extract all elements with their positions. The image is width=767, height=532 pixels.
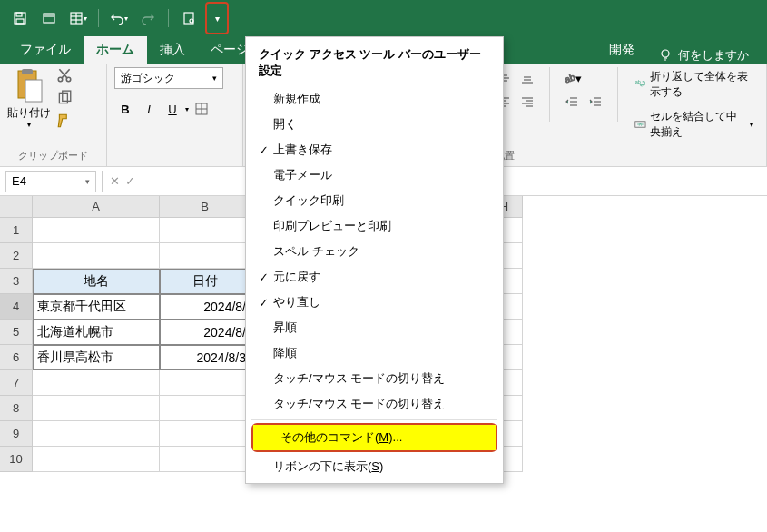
menu-item-5[interactable]: 印刷プレビューと印刷 [246,213,503,239]
cell-A3[interactable]: 地名 [33,269,160,294]
format-painter-icon[interactable] [56,113,73,132]
align-right-icon[interactable] [516,91,538,113]
cell-A6[interactable]: 香川県高松市 [33,345,160,370]
row-header-7[interactable]: 7 [0,370,33,396]
separator [168,9,169,27]
menu-item-6[interactable]: スペル チェック [246,239,503,264]
svg-rect-1 [16,13,22,16]
ribbon-group-clipboard: 貼り付け ▾ クリップボード [0,64,107,166]
cancel-formula-icon[interactable]: ✕ [110,174,120,188]
name-box[interactable]: E4▾ [5,171,96,192]
menu-item-2[interactable]: ✓上書き保存 [246,137,503,163]
table-icon[interactable]: ▾ [65,5,91,31]
quick-access-toolbar: ▾ ▾ ▾ [0,0,767,36]
italic-button[interactable]: I [138,98,160,120]
merge-center-button[interactable]: セルを結合して中央揃え ▾ [629,107,759,142]
copy-icon[interactable] [56,90,73,109]
cell-B7[interactable] [160,370,251,396]
undo-icon[interactable]: ▾ [106,5,132,31]
preview-icon[interactable] [176,5,202,31]
paste-dropdown[interactable]: ▾ [27,121,31,129]
row-header-1[interactable]: 1 [0,218,33,243]
decrease-indent-icon[interactable] [561,91,583,113]
cell-A2[interactable] [33,243,160,269]
menu-title: クイック アクセス ツール バーのユーザー設定 [246,41,503,86]
tell-me-label: 何をしますか [678,47,749,64]
menu-item-4[interactable]: クイック印刷 [246,188,503,213]
cell-B9[interactable] [160,421,251,447]
row-header-5[interactable]: 5 [0,320,33,345]
tab-insert[interactable]: 挿入 [147,36,198,64]
menu-item-more-commands[interactable]: その他のコマンド(M)... [253,425,496,450]
underline-button[interactable]: U [162,98,183,120]
svg-text:ab: ab [563,72,575,84]
check-icon: ✓ [253,271,273,284]
row-header-9[interactable]: 9 [0,421,33,447]
cell-A10[interactable] [33,447,160,472]
cell-A8[interactable] [33,396,160,421]
menu-item-show-below-ribbon[interactable]: リボンの下に表示(S) [246,454,503,479]
check-icon: ✓ [253,143,273,157]
menu-item-1[interactable]: 開く [246,112,503,137]
save-icon[interactable] [7,5,33,31]
menu-item-11[interactable]: タッチ/マウス モードの切り替え [246,366,503,391]
cell-B4[interactable]: 2024/8/ [160,294,251,320]
increase-indent-icon[interactable] [585,91,606,113]
cell-B6[interactable]: 2024/8/3 [160,345,251,370]
svg-rect-16 [25,80,42,102]
row-header-4[interactable]: 4 [0,294,33,320]
cell-B5[interactable]: 2024/8/ [160,320,251,345]
menu-item-0[interactable]: 新規作成 [246,86,503,112]
cell-B3[interactable]: 日付 [160,269,251,294]
more-commands-highlight: その他のコマンド(M)... [251,423,497,452]
select-all-corner[interactable] [0,196,33,218]
cell-A4[interactable]: 東京都千代田区 [33,294,160,320]
cell-B10[interactable] [160,447,251,472]
row-header-8[interactable]: 8 [0,396,33,421]
svg-point-10 [190,19,193,23]
cut-icon[interactable] [56,67,73,86]
font-name-select[interactable]: 游ゴシック▾ [114,67,223,89]
clipboard-group-label: クリップボード [7,149,99,163]
tab-home[interactable]: ホーム [84,36,147,64]
cell-A9[interactable] [33,421,160,447]
orientation-icon[interactable]: ab▾ [561,67,583,89]
paste-label[interactable]: 貼り付け [7,105,51,121]
tab-file[interactable]: ファイル [7,36,84,64]
column-header-A[interactable]: A [33,196,160,218]
column-header-B[interactable]: B [160,196,251,218]
qat-customize-menu: クイック アクセス ツール バーのユーザー設定 新規作成開く✓上書き保存電子メー… [245,36,504,484]
cell-A5[interactable]: 北海道札幌市 [33,320,160,345]
border-button[interactable] [191,98,212,120]
cell-A1[interactable] [33,218,160,243]
cell-B8[interactable] [160,396,251,421]
menu-item-10[interactable]: 降順 [246,340,503,366]
row-header-3[interactable]: 3 [0,269,33,294]
tab-developer[interactable]: 開発 [596,36,647,64]
menu-item-7[interactable]: ✓元に戻す [246,264,503,290]
menu-item-9[interactable]: 昇順 [246,315,503,340]
menu-item-3[interactable]: 電子メール [246,163,503,188]
svg-text:ab: ab [635,79,641,84]
qat-customize-dropdown[interactable]: ▾ [209,5,225,31]
align-bottom-icon[interactable] [516,67,538,89]
wrap-text-button[interactable]: ab 折り返して全体を表示する [629,67,759,102]
menu-item-12[interactable]: タッチ/マウス モードの切り替え [246,391,503,417]
bold-button[interactable]: B [114,98,136,120]
row-header-6[interactable]: 6 [0,345,33,370]
row-header-2[interactable]: 2 [0,243,33,269]
svg-rect-2 [16,19,24,24]
wrap-text-icon: ab [634,77,646,92]
tell-me-search[interactable]: 何をしますか [647,47,760,64]
enter-formula-icon[interactable]: ✓ [125,174,135,188]
cell-B2[interactable] [160,243,251,269]
sheet-icon[interactable] [36,5,62,31]
row-header-10[interactable]: 10 [0,447,33,472]
menu-separator [251,419,497,420]
paste-icon[interactable] [13,67,45,105]
menu-item-8[interactable]: ✓やり直し [246,290,503,315]
check-icon: ✓ [253,296,273,310]
cell-A7[interactable] [33,370,160,396]
cell-B1[interactable] [160,218,251,243]
redo-icon [135,5,161,31]
